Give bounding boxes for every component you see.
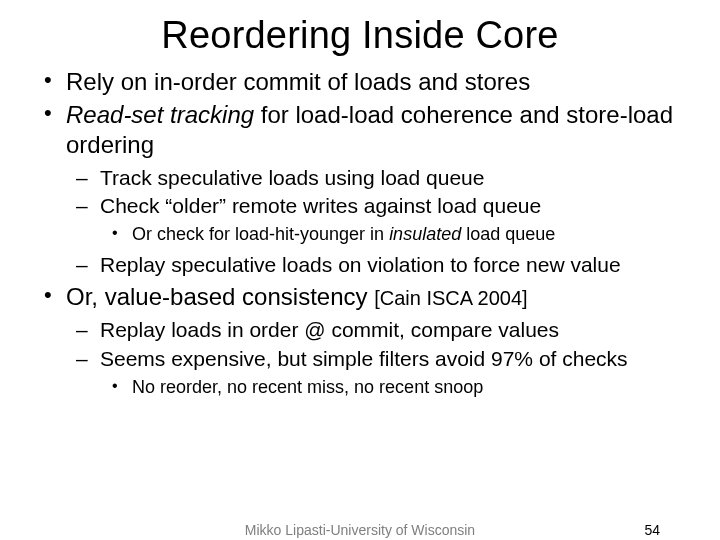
bullet-text: load queue: [461, 224, 555, 244]
bullet-list-level2: Replay loads in order @ commit, compare …: [66, 317, 690, 398]
bullet-text: Seems expensive, but simple filters avoi…: [100, 347, 628, 370]
bullet-l1-item: Rely on in-order commit of loads and sto…: [66, 67, 690, 96]
bullet-l2-item: Replay loads in order @ commit, compare …: [100, 317, 690, 343]
bullet-l1-item: Or, value-based consistency [Cain ISCA 2…: [66, 282, 690, 398]
bullet-l2-item: Track speculative loads using load queue: [100, 165, 690, 191]
bullet-text: Rely on in-order commit of loads and sto…: [66, 68, 530, 95]
bullet-text: Check “older” remote writes against load…: [100, 194, 541, 217]
bullet-l2-item: Replay speculative loads on violation to…: [100, 252, 690, 278]
bullet-l3-item: No reorder, no recent miss, no recent sn…: [132, 376, 690, 399]
bullet-list-level3: No reorder, no recent miss, no recent sn…: [100, 376, 690, 399]
bullet-list-level3: Or check for load-hit-younger in insulat…: [100, 223, 690, 246]
bullet-text: Track speculative loads using load queue: [100, 166, 484, 189]
bullet-text: Replay loads in order @ commit, compare …: [100, 318, 559, 341]
bullet-l2-item: Check “older” remote writes against load…: [100, 193, 690, 246]
footer-author: Mikko Lipasti-University of Wisconsin: [0, 522, 720, 538]
bullet-text: Or, value-based consistency: [66, 283, 374, 310]
slide-title: Reordering Inside Core: [30, 14, 690, 57]
bullet-text: Or check for load-hit-younger in: [132, 224, 389, 244]
bullet-l3-item: Or check for load-hit-younger in insulat…: [132, 223, 690, 246]
bullet-text: No reorder, no recent miss, no recent sn…: [132, 377, 483, 397]
bullet-text-emph: Read-set tracking: [66, 101, 254, 128]
bullet-list-level1: Rely on in-order commit of loads and sto…: [30, 67, 690, 398]
bullet-text-emph: insulated: [389, 224, 461, 244]
slide: Reordering Inside Core Rely on in-order …: [0, 0, 720, 540]
bullet-citation: [Cain ISCA 2004]: [374, 287, 527, 309]
bullet-l1-item: Read-set tracking for load-load coherenc…: [66, 100, 690, 278]
bullet-text: Replay speculative loads on violation to…: [100, 253, 621, 276]
bullet-list-level2: Track speculative loads using load queue…: [66, 165, 690, 278]
bullet-l2-item: Seems expensive, but simple filters avoi…: [100, 346, 690, 399]
footer-page-number: 54: [644, 522, 660, 538]
